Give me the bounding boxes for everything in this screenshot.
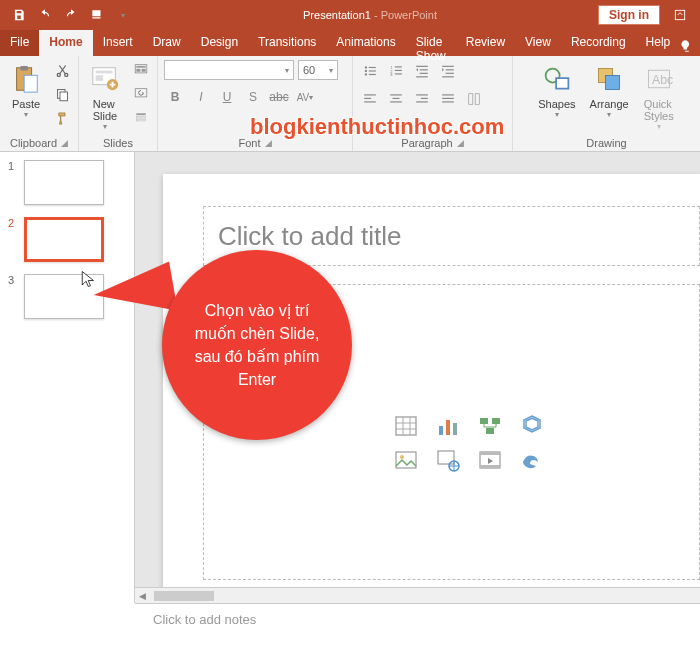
bullets-button[interactable]	[359, 60, 381, 82]
insert-table-icon[interactable]	[392, 412, 420, 440]
tell-me-icon[interactable]	[680, 39, 694, 56]
insert-3d-icon[interactable]	[518, 412, 546, 440]
group-slides: New Slide▾ Slides	[79, 56, 158, 151]
cut-button[interactable]	[52, 60, 72, 80]
insert-icon-icon[interactable]	[518, 446, 546, 474]
section-button[interactable]	[131, 108, 151, 128]
save-button[interactable]	[8, 4, 30, 26]
content-placeholder[interactable]	[203, 284, 700, 580]
arrange-button[interactable]: Arrange▾	[586, 60, 633, 121]
ribbon-display-options[interactable]	[668, 3, 692, 27]
redo-button[interactable]	[60, 4, 82, 26]
font-size-combo[interactable]: 60▾	[298, 60, 338, 80]
svg-point-24	[365, 73, 367, 75]
reset-button[interactable]	[131, 84, 151, 104]
tab-review[interactable]: Review	[456, 30, 515, 56]
tab-animations[interactable]: Animations	[326, 30, 405, 56]
svg-rect-53	[475, 94, 479, 105]
underline-button[interactable]: U	[216, 86, 238, 108]
svg-rect-52	[469, 94, 473, 105]
tab-slideshow[interactable]: Slide Show	[406, 30, 456, 56]
tab-transitions[interactable]: Transitions	[248, 30, 326, 56]
copy-button[interactable]	[52, 84, 72, 104]
tab-view[interactable]: View	[515, 30, 561, 56]
decrease-indent-button[interactable]	[411, 60, 433, 82]
tab-draw[interactable]: Draw	[143, 30, 191, 56]
svg-rect-18	[136, 116, 145, 118]
columns-button[interactable]	[463, 88, 485, 110]
quick-styles-button[interactable]: Abc Quick Styles▾	[639, 60, 679, 133]
tab-help[interactable]: Help	[636, 30, 681, 56]
notes-pane[interactable]: Click to add notes	[135, 603, 700, 637]
align-right-button[interactable]	[411, 88, 433, 110]
tab-insert[interactable]: Insert	[93, 30, 143, 56]
thumbnail-1[interactable]: 1	[8, 160, 126, 205]
svg-rect-67	[396, 452, 416, 468]
svg-rect-23	[369, 70, 376, 71]
align-left-button[interactable]	[359, 88, 381, 110]
thumbnail-2[interactable]: 2	[8, 217, 126, 262]
format-painter-button[interactable]	[52, 108, 72, 128]
svg-rect-7	[60, 92, 68, 101]
tab-design[interactable]: Design	[191, 30, 248, 56]
shapes-button[interactable]: Shapes▾	[534, 60, 579, 121]
italic-button[interactable]: I	[190, 86, 212, 108]
new-slide-label: New Slide	[93, 98, 117, 122]
slide-editor: Click to add title ◀	[135, 152, 700, 603]
bold-button[interactable]: B	[164, 86, 186, 108]
svg-rect-16	[135, 89, 147, 97]
svg-rect-32	[416, 66, 428, 67]
insert-chart-icon[interactable]	[434, 412, 462, 440]
title-placeholder[interactable]: Click to add title	[203, 206, 700, 266]
start-from-beginning-button[interactable]	[86, 4, 108, 26]
tab-file[interactable]: File	[0, 30, 39, 56]
svg-rect-43	[390, 94, 402, 95]
notes-placeholder: Click to add notes	[153, 612, 256, 627]
quick-access-toolbar: ▾	[0, 4, 142, 26]
insert-online-picture-icon[interactable]	[434, 446, 462, 474]
paste-button[interactable]: Paste▾	[6, 60, 46, 121]
char-spacing-button[interactable]: AV▾	[294, 86, 316, 108]
insert-video-icon[interactable]	[476, 446, 504, 474]
thumb-number: 2	[8, 217, 18, 229]
tab-home[interactable]: Home	[39, 30, 92, 56]
group-drawing: Shapes▾ Arrange▾ Abc Quick Styles▾ Drawi…	[513, 56, 700, 151]
insert-smartart-icon[interactable]	[476, 412, 504, 440]
svg-point-5	[64, 73, 67, 76]
numbering-button[interactable]: 123	[385, 60, 407, 82]
svg-rect-36	[442, 66, 454, 67]
svg-point-4	[57, 73, 60, 76]
scrollbar-thumb[interactable]	[154, 591, 214, 601]
svg-rect-60	[396, 417, 416, 435]
customize-qat-dropdown[interactable]: ▾	[112, 4, 134, 26]
thumb-preview	[24, 160, 104, 205]
svg-rect-47	[421, 98, 428, 99]
strikethrough-button[interactable]: abc	[268, 86, 290, 108]
clipboard-dialog-launcher[interactable]: ◢	[61, 138, 68, 148]
align-center-button[interactable]	[385, 88, 407, 110]
svg-rect-0	[675, 10, 684, 19]
svg-rect-34	[420, 73, 428, 74]
shadow-button[interactable]: S	[242, 86, 264, 108]
thumb-number: 1	[8, 160, 18, 172]
font-size-value: 60	[303, 64, 315, 76]
paste-label: Paste	[12, 98, 40, 110]
justify-button[interactable]	[437, 88, 459, 110]
undo-button[interactable]	[34, 4, 56, 26]
svg-rect-35	[416, 76, 428, 77]
tab-recording[interactable]: Recording	[561, 30, 636, 56]
increase-indent-button[interactable]	[437, 60, 459, 82]
svg-rect-31	[395, 73, 402, 74]
svg-rect-9	[96, 71, 113, 74]
thumbnail-3[interactable]: 3	[8, 274, 126, 319]
signin-button[interactable]: Sign in	[598, 5, 660, 25]
layout-button[interactable]	[131, 60, 151, 80]
new-slide-button[interactable]: New Slide▾	[85, 60, 125, 133]
slide-canvas[interactable]: Click to add title	[163, 174, 700, 603]
svg-rect-29	[395, 70, 402, 71]
font-name-combo[interactable]: ▾	[164, 60, 294, 80]
content-icons	[392, 412, 550, 474]
insert-picture-icon[interactable]	[392, 446, 420, 474]
horizontal-scrollbar[interactable]: ◀	[135, 587, 700, 603]
svg-rect-49	[442, 94, 454, 95]
